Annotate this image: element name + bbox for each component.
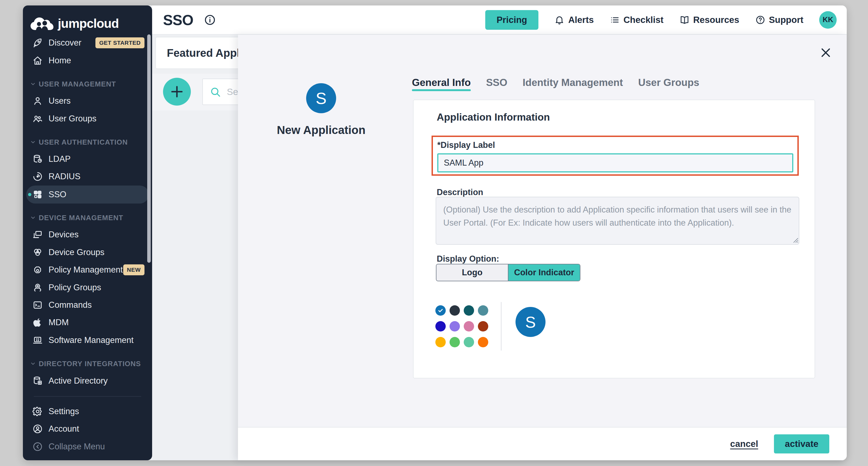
sidebar-section-user-management[interactable]: USER MANAGEMENT [30, 79, 149, 89]
sidebar-item-commands[interactable]: Commands [26, 296, 149, 314]
sidebar-item-label: MDM [49, 318, 69, 327]
color-swatch[interactable] [450, 337, 460, 347]
sidebar-item-discover[interactable]: Discover GET STARTED [26, 34, 149, 52]
cancel-button[interactable]: cancel [730, 439, 758, 449]
color-swatch[interactable] [478, 305, 488, 316]
sidebar-section-user-authentication[interactable]: USER AUTHENTICATION [30, 137, 149, 148]
checklist-icon [610, 15, 620, 25]
sidebar-item-ldap[interactable]: LDAP [26, 150, 149, 168]
user-avatar[interactable]: KK [819, 11, 837, 29]
sidebar-item-users[interactable]: Users [26, 92, 149, 110]
sidebar-item-radius[interactable]: RADIUS [26, 168, 149, 185]
resources-button[interactable]: Resources [679, 15, 739, 25]
sidebar-item-label: Active Directory [49, 376, 108, 386]
sidebar-item-devices[interactable]: Devices [26, 226, 149, 243]
sidebar-item-collapse-menu[interactable]: Collapse Menu [26, 438, 149, 455]
top-bar: SSO Pricing Alerts Checklist Resources S… [152, 5, 847, 35]
sidebar-section-device-management[interactable]: DEVICE MANAGEMENT [30, 212, 149, 223]
sidebar-item-label: Account [49, 424, 79, 434]
section-label: DEVICE MANAGEMENT [39, 214, 123, 222]
display-label-input[interactable] [437, 153, 793, 172]
card-heading: Application Information [437, 112, 550, 123]
book-icon [679, 15, 690, 25]
tab-label: SSO [486, 77, 507, 88]
sidebar-item-policy-management[interactable]: Policy Management NEW [26, 261, 149, 279]
sidebar-item-account[interactable]: Account [26, 420, 149, 438]
sidebar-item-label: Device Groups [49, 247, 104, 257]
jumpcloud-logo[interactable]: jumpcloud [30, 16, 119, 31]
tab-label: General Info [412, 77, 471, 88]
sidebar-item-label: Discover [49, 38, 82, 48]
modal-footer: cancel activate [238, 427, 847, 460]
sidebar-item-device-groups[interactable]: Device Groups [26, 244, 149, 261]
sidebar-item-mdm[interactable]: MDM [26, 314, 149, 331]
tab-sso[interactable]: SSO [486, 77, 507, 91]
checklist-button[interactable]: Checklist [610, 15, 663, 25]
tab-underline [523, 89, 623, 91]
sidebar-item-label: Home [49, 56, 71, 65]
tab-user-groups[interactable]: User Groups [638, 77, 699, 91]
sidebar-divider [34, 396, 141, 397]
color-swatch[interactable] [435, 321, 446, 331]
swatch-preview-divider [501, 302, 502, 351]
application-preview-column: S New Application [267, 83, 376, 137]
sidebar-scrollbar[interactable] [147, 34, 151, 263]
color-indicator-preview-letter: S [525, 313, 536, 331]
sidebar-item-active-directory[interactable]: Active Directory [26, 372, 149, 389]
radius-icon [32, 171, 43, 182]
info-icon[interactable] [204, 13, 216, 26]
modal-tabs: General Info SSO Identity Management Use… [412, 77, 699, 91]
color-swatch[interactable] [464, 321, 474, 331]
color-swatch[interactable] [478, 321, 488, 331]
sidebar-item-home[interactable]: Home [26, 52, 149, 69]
sidebar-item-settings[interactable]: Settings [26, 403, 149, 420]
color-swatch[interactable] [450, 321, 460, 331]
activate-button[interactable]: activate [774, 434, 829, 454]
alerts-label: Alerts [568, 15, 594, 25]
application-information-card: Application Information *Display Label D… [413, 99, 815, 378]
jumpcloud-cloud-icon [30, 16, 54, 31]
sidebar-item-label: LDAP [49, 154, 71, 164]
support-label: Support [769, 15, 803, 25]
sidebar-section-directory-integrations[interactable]: DIRECTORY INTEGRATIONS [30, 358, 149, 369]
question-circle-icon [755, 15, 766, 25]
checklist-label: Checklist [623, 15, 663, 25]
pricing-button[interactable]: Pricing [485, 10, 539, 30]
display-option-logo[interactable]: Logo [436, 264, 508, 281]
sidebar-item-label: Commands [49, 300, 92, 310]
color-swatch[interactable] [478, 337, 488, 347]
devices-icon [32, 229, 43, 240]
display-option-color-indicator[interactable]: Color Indicator [508, 264, 580, 281]
tab-general-info[interactable]: General Info [412, 77, 471, 91]
color-swatch[interactable] [435, 337, 446, 347]
application-avatar-letter: S [316, 89, 327, 108]
add-application-button[interactable] [163, 78, 191, 106]
bell-icon [554, 15, 565, 25]
active-tab-underline [412, 89, 471, 91]
user-icon [32, 95, 43, 107]
close-modal-button[interactable] [819, 46, 834, 60]
color-swatch[interactable] [450, 305, 460, 316]
plus-icon [169, 84, 185, 99]
sidebar-item-sso[interactable]: SSO [26, 185, 149, 204]
tab-identity-management[interactable]: Identity Management [523, 77, 623, 91]
color-swatch[interactable] [464, 337, 474, 347]
sidebar-item-policy-groups[interactable]: Policy Groups [26, 279, 149, 296]
active-indicator-dot [28, 193, 31, 196]
chevron-down-icon [30, 81, 36, 87]
close-icon [819, 47, 832, 59]
sidebar-item-label: Collapse Menu [49, 442, 105, 452]
description-textarea[interactable] [436, 197, 799, 245]
software-laptop-icon [32, 335, 43, 346]
color-swatch-grid [435, 305, 488, 347]
color-swatch-selected[interactable] [435, 305, 446, 316]
tab-label: Identity Management [523, 77, 623, 88]
color-swatch[interactable] [464, 305, 474, 316]
sidebar-item-label: Users [49, 96, 71, 106]
sidebar-item-software-management[interactable]: Software Management [26, 331, 149, 349]
alerts-button[interactable]: Alerts [554, 15, 594, 25]
support-button[interactable]: Support [755, 15, 803, 25]
color-indicator-preview: S [516, 307, 546, 337]
sidebar-item-user-groups[interactable]: User Groups [26, 110, 149, 127]
account-circle-icon [32, 424, 43, 434]
